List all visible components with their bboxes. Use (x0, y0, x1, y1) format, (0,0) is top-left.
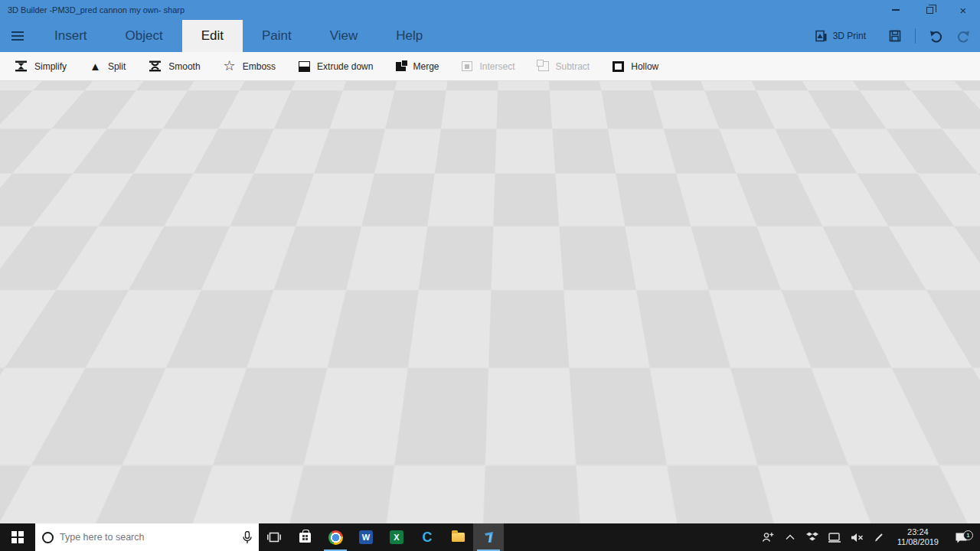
file-explorer-icon (452, 533, 465, 542)
invert-selection-button[interactable]: Invert selection (887, 234, 980, 265)
clock-time: 23:24 (897, 527, 939, 537)
y-axis-label: Y (456, 479, 460, 487)
edit-toolbar: Simplify ▲ Split Smooth ☆ Emboss Extrude… (0, 52, 980, 81)
emboss-label: Emboss (243, 61, 276, 72)
extrude-down-icon (299, 61, 310, 72)
cannon-thumbnail-image (896, 337, 928, 367)
x-dimension-field[interactable]: X 128.6 (410, 474, 442, 507)
touchpad-icon (828, 533, 841, 543)
taskbar-excel[interactable]: X (381, 523, 412, 551)
emboss-button[interactable]: ☆ Emboss (212, 52, 288, 80)
merge-button[interactable]: Merge (384, 52, 450, 80)
menu-paint[interactable]: Paint (243, 20, 311, 52)
device-tray-button[interactable] (824, 533, 846, 543)
edit-sidebar: › Group Ungroup Select all Deselect all … (887, 81, 980, 523)
emboss-icon: ☆ (224, 60, 236, 72)
chevron-up-icon[interactable] (961, 312, 969, 318)
hamburger-menu-button[interactable] (0, 20, 35, 52)
selection-box[interactable] (301, 116, 657, 354)
search-input[interactable] (60, 532, 237, 543)
sticky-selection-button[interactable]: ▲ Sticky selection (887, 265, 980, 295)
ungroup-button[interactable]: Ungroup (887, 142, 980, 173)
selection-handle[interactable] (298, 350, 305, 357)
menu-view[interactable]: View (311, 20, 377, 52)
redo-button[interactable] (949, 20, 977, 52)
subtract-button: Subtract (527, 52, 602, 80)
x-axis-value: 128.6 (413, 487, 439, 498)
3d-print-label: 3D Print (833, 31, 866, 41)
minimize-button[interactable] (879, 0, 913, 20)
people-button[interactable] (757, 532, 779, 543)
undo-icon (929, 30, 943, 43)
aspect-lock-button[interactable] (537, 474, 567, 507)
taskbar-search[interactable] (35, 523, 259, 551)
deselect-all-label: Deselect all (916, 214, 962, 223)
taskbar-edge[interactable]: C (412, 523, 443, 551)
taskbar-file-explorer[interactable] (443, 523, 473, 551)
dropbox-tray-button[interactable] (802, 532, 824, 543)
close-button[interactable]: × (946, 0, 980, 20)
sidebar-collapse-button[interactable]: › (887, 81, 980, 112)
pen-icon (874, 532, 884, 543)
3d-viewport-canvas[interactable]: 100 mm 50 mm 0 mm 50 mm 100 mm 50 mm 0 m… (0, 81, 980, 523)
undo-button[interactable] (922, 20, 949, 52)
rotate-tool-button[interactable] (348, 474, 379, 507)
menu-insert[interactable]: Insert (35, 20, 106, 52)
y-axis-underline (444, 499, 472, 503)
simplify-label: Simplify (34, 61, 67, 72)
chevron-up-tray-icon (786, 534, 795, 540)
extrude-down-button[interactable]: Extrude down (287, 52, 384, 80)
intersect-label: Intersect (479, 61, 514, 72)
selection-handle[interactable] (298, 113, 305, 120)
y-dimension-field[interactable]: Y 38.32 (442, 474, 474, 507)
smooth-label: Smooth (168, 61, 200, 72)
taskbar-3d-builder[interactable] (473, 523, 504, 551)
unit-selector[interactable]: mm (506, 474, 537, 507)
menu-help[interactable]: Help (377, 20, 442, 52)
volume-muted-icon (851, 533, 864, 543)
microphone-icon[interactable] (243, 531, 252, 544)
smooth-button[interactable]: Smooth (137, 52, 211, 80)
smooth-icon (149, 60, 162, 72)
selection-handle[interactable] (653, 113, 660, 120)
taskbar-chrome[interactable] (320, 523, 351, 551)
3d-print-icon (815, 30, 828, 43)
excel-icon: X (390, 530, 403, 544)
selection-handle[interactable] (653, 350, 660, 357)
rotate-gizmo-top-icon[interactable] (449, 118, 458, 130)
taskbar-store[interactable] (289, 523, 320, 551)
restore-button[interactable] (913, 0, 946, 20)
menu-object[interactable]: Object (106, 20, 182, 52)
move-tool-button[interactable] (318, 474, 348, 507)
3d-print-button[interactable]: 3D Print (815, 30, 866, 43)
select-all-button: Select all (887, 173, 980, 204)
hollow-button[interactable]: Hollow (601, 52, 670, 80)
pen-button[interactable] (868, 532, 890, 543)
people-icon (762, 532, 774, 543)
intersect-button: Intersect (450, 52, 526, 80)
clock-date: 11/08/2019 (897, 537, 939, 547)
simplify-button[interactable]: Simplify (3, 52, 78, 80)
rotate-gizmo-left-icon[interactable]: ▸ (372, 245, 377, 255)
menu-edit[interactable]: Edit (182, 20, 243, 52)
taskbar-word[interactable]: W (351, 523, 381, 551)
unlock-icon (545, 484, 559, 497)
task-view-icon (267, 532, 281, 543)
item-thumbnail-cannon[interactable] (892, 332, 932, 372)
start-button[interactable] (0, 523, 35, 551)
volume-button[interactable] (846, 533, 868, 543)
rotate-gizmo-right-icon[interactable]: » (653, 304, 660, 315)
task-view-button[interactable] (259, 523, 289, 551)
scale-tool-button[interactable] (379, 474, 410, 507)
save-icon (889, 30, 901, 42)
deselect-all-button[interactable]: Deselect all (887, 204, 980, 234)
action-center-button[interactable]: 1 (946, 532, 976, 543)
taskbar-clock[interactable]: 23:24 11/08/2019 (890, 527, 946, 547)
extrude-down-label: Extrude down (317, 61, 373, 72)
save-button[interactable] (881, 20, 909, 52)
z-dimension-field[interactable]: Z 46.39 (474, 474, 506, 507)
hidden-icons-button[interactable] (779, 534, 802, 540)
split-button[interactable]: ▲ Split (78, 52, 137, 80)
rotate-gizmo-bottom-icon[interactable] (449, 324, 458, 337)
split-label: Split (108, 61, 126, 72)
